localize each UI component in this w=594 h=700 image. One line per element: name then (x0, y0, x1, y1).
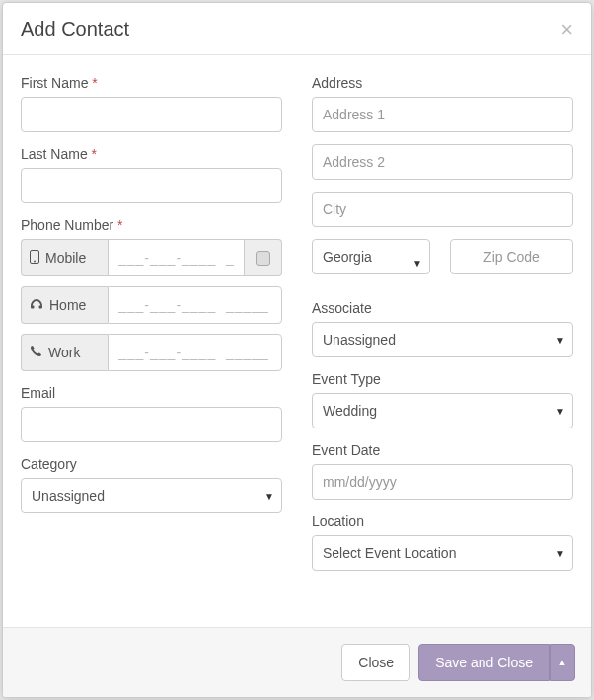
category-field: Category Unassigned ▼ (21, 456, 282, 513)
phone-mobile-text: Mobile (45, 250, 86, 266)
event-type-select[interactable]: Wedding (312, 393, 573, 428)
address2-input[interactable] (312, 144, 573, 180)
last-name-label-text: Last Name (21, 146, 88, 162)
close-icon[interactable]: × (560, 19, 573, 40)
city-input[interactable] (312, 192, 573, 227)
associate-field: Associate Unassigned ▼ (312, 300, 573, 357)
save-and-close-button[interactable]: Save and Close (418, 644, 550, 681)
phone-work-label: Work (21, 334, 108, 371)
phone-work-row: Work (21, 334, 282, 371)
phone-label: Phone Number * (21, 217, 282, 233)
required-mark: * (92, 75, 97, 91)
category-label: Category (21, 456, 282, 472)
address-field: Address Georgia ▼ (312, 75, 573, 286)
address1-input[interactable] (312, 97, 573, 132)
event-type-field: Event Type Wedding ▼ (312, 371, 573, 428)
last-name-field: Last Name * (21, 146, 282, 203)
first-name-label: First Name * (21, 75, 282, 91)
event-date-input[interactable] (312, 464, 573, 500)
modal-body: First Name * Last Name * Phone Number * (3, 55, 591, 627)
associate-select-wrap: Unassigned ▼ (312, 322, 573, 357)
phone-home-row: Home (21, 286, 282, 324)
required-mark: * (92, 146, 97, 162)
event-type-label: Event Type (312, 371, 573, 387)
location-select[interactable]: Select Event Location (312, 535, 573, 571)
event-date-label: Event Date (312, 442, 573, 458)
location-select-wrap: Select Event Location ▼ (312, 535, 573, 571)
event-type-select-wrap: Wedding ▼ (312, 393, 573, 428)
last-name-label: Last Name * (21, 146, 282, 162)
checkbox-icon (256, 251, 270, 266)
zip-wrap (450, 239, 573, 286)
first-name-label-text: First Name (21, 75, 88, 91)
add-contact-modal: Add Contact × First Name * Last Name * (2, 2, 592, 698)
state-select-wrap: Georgia ▼ (312, 239, 430, 286)
email-label: Email (21, 385, 282, 401)
phone-mobile-input[interactable] (108, 239, 245, 276)
phone-work-text: Work (48, 345, 80, 360)
email-input[interactable] (21, 407, 282, 442)
location-field: Location Select Event Location ▼ (312, 513, 573, 571)
left-column: First Name * Last Name * Phone Number * (21, 75, 282, 617)
close-button[interactable]: Close (341, 644, 410, 681)
category-select[interactable]: Unassigned (21, 478, 282, 513)
location-label: Location (312, 513, 573, 529)
phone-home-label: Home (21, 286, 108, 324)
category-select-wrap: Unassigned ▼ (21, 478, 282, 513)
required-mark: * (117, 217, 122, 233)
phone-icon (30, 297, 43, 313)
modal-title: Add Contact (21, 18, 129, 40)
svg-point-1 (34, 260, 36, 262)
event-date-field: Event Date (312, 442, 573, 500)
associate-label: Associate (312, 300, 573, 316)
last-name-input[interactable] (21, 168, 282, 203)
modal-footer: Close Save and Close ▲ (3, 627, 591, 697)
save-dropdown-toggle[interactable]: ▲ (550, 644, 575, 681)
associate-select[interactable]: Unassigned (312, 322, 573, 357)
first-name-field: First Name * (21, 75, 282, 132)
phone-work-input[interactable] (108, 334, 282, 371)
phone-home-text: Home (49, 297, 86, 313)
mobile-icon (30, 250, 39, 267)
address-label: Address (312, 75, 573, 91)
phone-field: Phone Number * Mobile (21, 217, 282, 371)
caret-up-icon: ▲ (558, 658, 567, 667)
phone-home-input[interactable] (108, 286, 282, 324)
save-button-group: Save and Close ▲ (418, 644, 575, 681)
handset-icon (30, 345, 42, 360)
phone-mobile-row: Mobile (21, 239, 282, 276)
phone-primary-toggle[interactable] (245, 239, 282, 276)
zip-input[interactable] (450, 239, 573, 274)
phone-mobile-label: Mobile (21, 239, 108, 276)
state-zip-row: Georgia ▼ (312, 239, 573, 286)
first-name-input[interactable] (21, 97, 282, 132)
state-select[interactable]: Georgia (312, 239, 430, 274)
email-field: Email (21, 385, 282, 442)
phone-label-text: Phone Number (21, 217, 113, 233)
right-column: Address Georgia ▼ Assoc (312, 75, 573, 617)
modal-header: Add Contact × (3, 3, 591, 55)
